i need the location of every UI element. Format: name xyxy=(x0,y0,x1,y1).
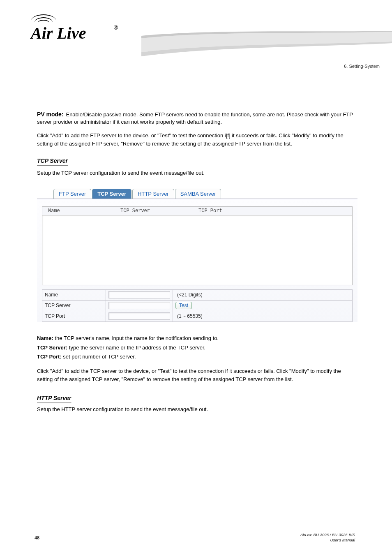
tab-ftp-server[interactable]: FTP Server xyxy=(53,189,91,199)
footer-model: AirLive BU-3026 / BU-3026-IVS xyxy=(300,532,355,537)
pv-mode-text: Enable/Disable passive mode. Some FTP se… xyxy=(37,111,353,125)
tcp-form-table: Name (<21 Digits) TCP Server Test xyxy=(42,289,353,322)
tcp-server-action-cell: Test xyxy=(173,300,353,311)
http-server-heading: HTTP Server xyxy=(37,395,355,401)
footer-manual: User's Manual xyxy=(300,538,355,543)
tcp-port-input[interactable] xyxy=(108,312,170,320)
page-number: 48 xyxy=(35,535,39,540)
tcp-click-add-text: Click "Add" to add the TCP server to the… xyxy=(37,367,355,383)
airlive-logo: Air Live ® xyxy=(31,14,113,39)
ftp-click-add-text: Click "Add" to add the FTP server to the… xyxy=(37,132,355,148)
tcp-port-label: TCP Port xyxy=(42,311,106,321)
name-desc-label: Name: xyxy=(37,335,53,341)
tcp-server-value-cell xyxy=(106,300,173,311)
name-desc: Name: the TCP server's name, input the n… xyxy=(37,334,355,343)
tcp-server-heading: TCP Server xyxy=(37,157,355,164)
tab-http-server[interactable]: HTTP Server xyxy=(132,189,174,199)
test-button[interactable]: Test xyxy=(175,302,192,309)
tcp-server-desc-label: TCP Server: xyxy=(37,345,67,351)
tcp-server-input[interactable] xyxy=(108,302,170,309)
pv-mode-label: PV mode: xyxy=(37,111,64,118)
name-label: Name xyxy=(42,289,106,300)
server-tabs: FTP Server TCP Server HTTP Server SAMBA … xyxy=(53,189,357,199)
server-list-body[interactable] xyxy=(42,215,353,285)
footer-model-info: AirLive BU-3026 / BU-3026-IVS User's Man… xyxy=(300,532,355,543)
tcp-server-label: TCP Server xyxy=(42,300,106,311)
header-swoosh xyxy=(141,31,392,60)
registered-icon: ® xyxy=(114,24,118,31)
http-setup-text: Setup the HTTP server configuration to s… xyxy=(37,405,355,414)
tcp-port-hint-cell: (1 ~ 65535) xyxy=(173,311,353,321)
table-row: TCP Port (1 ~ 65535) xyxy=(42,311,353,321)
chapter-heading: 6. Setting-System xyxy=(344,64,380,69)
logo-text: Air Live xyxy=(31,24,86,42)
tcp-setup-text: Setup the TCP server configuration to se… xyxy=(37,169,355,177)
col-tcp-port: TCP Port xyxy=(198,208,281,214)
main-content: PV mode: Enable/Disable passive mode. So… xyxy=(37,111,355,414)
table-row: Name (<21 Digits) xyxy=(42,289,353,300)
tcp-tab-panel: Name TCP Server TCP Port Name (<21 Digit… xyxy=(37,199,357,322)
tcp-field-descriptions: Name: the TCP server's name, input the n… xyxy=(37,334,355,361)
tcp-port-value-cell xyxy=(106,311,173,321)
tcp-server-desc: TCP Server: type the server name or the … xyxy=(37,344,355,352)
col-tcp-server: TCP Server xyxy=(120,208,198,214)
tcp-server-panel-screenshot: FTP Server TCP Server HTTP Server SAMBA … xyxy=(37,189,357,322)
tab-samba-server[interactable]: SAMBA Server xyxy=(175,189,221,199)
tcp-port-desc: TCP Port: set port number of TCP server. xyxy=(37,353,355,361)
name-value-cell xyxy=(106,289,173,300)
table-row: TCP Server Test xyxy=(42,300,353,311)
name-input[interactable] xyxy=(108,291,170,298)
pv-mode-desc: PV mode: Enable/Disable passive mode. So… xyxy=(37,111,355,126)
tab-tcp-server[interactable]: TCP Server xyxy=(92,189,131,199)
name-hint: (<21 Digits) xyxy=(177,292,203,298)
col-name: Name xyxy=(42,208,120,214)
tcp-server-desc-text: type the server name or the IP address o… xyxy=(67,345,205,351)
page-header: Air Live ® xyxy=(0,0,392,58)
tcp-port-hint: (1 ~ 65535) xyxy=(177,313,203,319)
name-hint-cell: (<21 Digits) xyxy=(173,289,353,300)
tcp-port-desc-label: TCP Port: xyxy=(37,354,62,360)
server-list-header: Name TCP Server TCP Port xyxy=(42,206,353,215)
tcp-port-desc-text: set port number of TCP server. xyxy=(62,354,136,360)
name-desc-text: the TCP server's name, input the name fo… xyxy=(53,335,219,341)
